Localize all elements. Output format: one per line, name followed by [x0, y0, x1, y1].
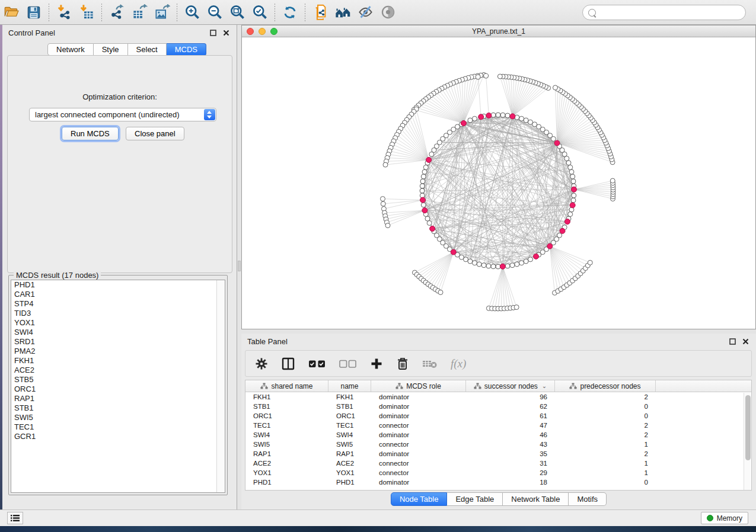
- splitter-grip[interactable]: [238, 261, 241, 271]
- zoom-fit-icon[interactable]: [226, 2, 248, 23]
- zoom-in-icon[interactable]: [181, 2, 203, 23]
- network-node[interactable]: [519, 116, 524, 121]
- run-mcds-button[interactable]: Run MCDS: [62, 127, 119, 140]
- table-row[interactable]: YOX1YOX1connector291: [245, 468, 751, 477]
- network-node[interactable]: [427, 220, 432, 225]
- network-node[interactable]: [464, 257, 468, 262]
- mcds-hub-node[interactable]: [430, 226, 435, 232]
- mcds-result-item[interactable]: ORC1: [11, 384, 225, 394]
- split-columns-icon[interactable]: [281, 355, 295, 373]
- mcds-hub-node[interactable]: [534, 254, 539, 259]
- leaf-node[interactable]: [385, 223, 390, 228]
- mcds-hub-node[interactable]: [479, 114, 484, 120]
- network-node[interactable]: [515, 262, 519, 267]
- network-node[interactable]: [425, 216, 430, 221]
- mcds-hub-node[interactable]: [570, 203, 575, 208]
- import-table-icon[interactable]: [75, 2, 98, 23]
- mcds-result-item[interactable]: GCR1: [11, 432, 225, 441]
- table-row[interactable]: RAP1RAP1dominator352: [245, 449, 751, 459]
- network-node[interactable]: [568, 165, 573, 169]
- network-node[interactable]: [472, 261, 477, 265]
- network-node[interactable]: [569, 169, 574, 174]
- network-document-icon[interactable]: [309, 2, 331, 23]
- leaf-node[interactable]: [476, 75, 480, 79]
- network-node[interactable]: [500, 113, 505, 117]
- mcds-result-item[interactable]: YOX1: [11, 318, 225, 328]
- deselect-all-icon[interactable]: [339, 355, 357, 373]
- minimize-window-icon[interactable]: [259, 28, 266, 35]
- leaf-node[interactable]: [383, 162, 388, 167]
- network-node[interactable]: [496, 264, 500, 269]
- home-icon[interactable]: [331, 2, 354, 23]
- mcds-result-item[interactable]: RAP1: [11, 394, 225, 403]
- mcds-hub-node[interactable]: [510, 114, 515, 119]
- open-session-icon[interactable]: [0, 2, 23, 23]
- network-node[interactable]: [421, 203, 426, 207]
- column-header-MCDS-role[interactable]: MCDS role: [371, 380, 466, 392]
- leaf-node[interactable]: [438, 290, 443, 294]
- network-node[interactable]: [524, 259, 528, 264]
- mcds-result-item[interactable]: PHD1: [11, 280, 225, 290]
- leaf-node[interactable]: [553, 85, 557, 90]
- tab-select[interactable]: Select: [128, 43, 167, 56]
- settings-icon[interactable]: [255, 355, 268, 373]
- column-header-shared-name[interactable]: shared name: [245, 380, 328, 392]
- mcds-result-item[interactable]: SRD1: [11, 337, 225, 347]
- mcds-result-item[interactable]: FKH1: [11, 356, 225, 366]
- network-node[interactable]: [568, 212, 573, 217]
- leaf-node[interactable]: [588, 260, 592, 265]
- network-view[interactable]: [242, 37, 755, 329]
- mcds-result-item[interactable]: STB1: [11, 403, 225, 413]
- mcds-hub-node[interactable]: [461, 120, 466, 126]
- network-node[interactable]: [421, 174, 426, 179]
- mcds-hub-node[interactable]: [422, 208, 428, 213]
- column-header-name[interactable]: name: [328, 380, 371, 392]
- network-node[interactable]: [572, 193, 576, 198]
- table-row[interactable]: TEC1TEC1connector472: [245, 421, 751, 430]
- mcds-result-item[interactable]: STB5: [11, 375, 225, 384]
- mcds-hub-node[interactable]: [554, 140, 560, 146]
- save-session-icon[interactable]: [23, 2, 45, 23]
- import-network-icon[interactable]: [53, 2, 75, 23]
- network-node[interactable]: [571, 179, 576, 184]
- network-node[interactable]: [468, 259, 473, 264]
- tab-network[interactable]: Network: [47, 43, 94, 56]
- network-node[interactable]: [505, 264, 510, 268]
- tab-node-table[interactable]: Node Table: [391, 492, 448, 506]
- node-table[interactable]: shared namenameMCDS rolesuccessor nodes⌄…: [245, 380, 752, 491]
- maximize-window-icon[interactable]: [270, 28, 277, 35]
- close-table-panel-icon[interactable]: [741, 337, 750, 346]
- delete-rows-icon[interactable]: [396, 355, 409, 373]
- network-node[interactable]: [468, 118, 473, 123]
- network-node[interactable]: [481, 263, 486, 268]
- network-node[interactable]: [566, 161, 571, 165]
- mcds-result-item[interactable]: SWI5: [11, 413, 225, 422]
- add-row-icon[interactable]: [370, 355, 383, 373]
- leaf-node[interactable]: [497, 74, 502, 79]
- network-node[interactable]: [571, 198, 576, 203]
- leaf-node[interactable]: [610, 178, 615, 183]
- close-panel-button[interactable]: Close panel: [126, 127, 184, 140]
- network-node[interactable]: [510, 263, 515, 268]
- network-node[interactable]: [491, 264, 496, 269]
- zoom-out-icon[interactable]: [203, 2, 226, 23]
- mcds-hub-node[interactable]: [451, 249, 456, 255]
- mcds-result-list[interactable]: PHD1CAR1STP4TID3YOX1SWI4SRD1PMA2FKH1ACE2…: [11, 280, 225, 493]
- refresh-layout-icon[interactable]: [279, 2, 301, 23]
- mcds-hub-node[interactable]: [486, 113, 492, 118]
- close-window-icon[interactable]: [247, 28, 254, 35]
- network-node[interactable]: [420, 188, 425, 193]
- network-node[interactable]: [528, 257, 532, 262]
- tab-style[interactable]: Style: [94, 43, 128, 56]
- mcds-result-item[interactable]: TEC1: [11, 422, 225, 432]
- tab-mcds[interactable]: MCDS: [167, 43, 206, 56]
- network-node[interactable]: [519, 261, 524, 265]
- table-row[interactable]: STB1STB1dominator620: [245, 402, 751, 411]
- close-panel-icon[interactable]: [222, 28, 231, 37]
- mcds-hub-node[interactable]: [547, 243, 553, 249]
- network-node[interactable]: [570, 174, 575, 179]
- network-node[interactable]: [420, 184, 425, 188]
- table-row[interactable]: FKH1FKH1dominator962: [245, 392, 751, 402]
- mcds-result-item[interactable]: TID3: [11, 309, 225, 318]
- mcds-hub-node[interactable]: [564, 219, 570, 225]
